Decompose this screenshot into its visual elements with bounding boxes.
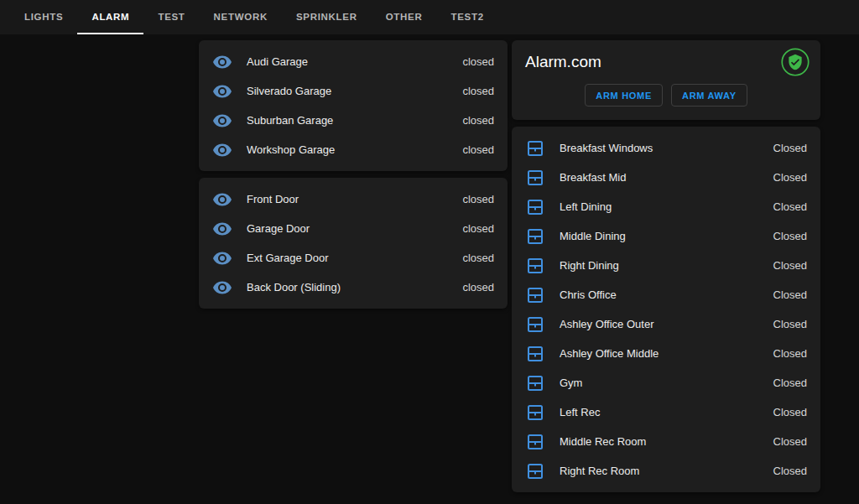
entity-name: Suburban Garage xyxy=(247,114,462,127)
entity-row[interactable]: Middle Dining Closed xyxy=(512,221,820,251)
column-right: Alarm.com ARM HOME ARM AWAY Breakfast Wi… xyxy=(512,40,820,492)
entity-name: Silverado Garage xyxy=(247,85,462,97)
door-sensors-card: Front Door closed Garage Door closed Ext… xyxy=(199,178,508,309)
entity-state: Closed xyxy=(773,200,807,213)
entity-state: closed xyxy=(462,252,494,264)
entity-state: Closed xyxy=(773,318,807,330)
garage-sensors-card: Audi Garage closed Silverado Garage clos… xyxy=(199,40,508,171)
entity-state: Closed xyxy=(773,347,807,360)
entity-name: Gym xyxy=(560,377,773,389)
dashboard: Audi Garage closed Silverado Garage clos… xyxy=(0,34,859,492)
entity-row[interactable]: Breakfast Windows Closed xyxy=(512,133,820,163)
window-closed-icon xyxy=(525,256,545,276)
entity-state: Closed xyxy=(773,259,807,272)
entity-row[interactable]: Ashley Office Outer Closed xyxy=(512,309,820,339)
entity-name: Left Dining xyxy=(560,200,773,213)
entity-row[interactable]: Left Dining Closed xyxy=(512,192,820,221)
entity-state: Closed xyxy=(773,377,807,389)
entity-row[interactable]: Front Door closed xyxy=(199,184,508,214)
entity-name: Garage Door xyxy=(247,222,462,235)
window-sensors-card: Breakfast Windows Closed Breakfast Mid C… xyxy=(512,127,820,492)
entity-state: Closed xyxy=(773,142,807,154)
tab-test[interactable]: TEST xyxy=(143,0,199,34)
eye-icon xyxy=(212,219,232,239)
tab-alarm[interactable]: ALARM xyxy=(77,0,143,34)
entity-name: Ashley Office Outer xyxy=(560,318,773,330)
eye-icon xyxy=(212,81,232,101)
entity-state: closed xyxy=(462,222,494,235)
eye-icon xyxy=(212,248,232,268)
entity-name: Back Door (Sliding) xyxy=(247,281,462,294)
window-closed-icon xyxy=(525,344,545,364)
entity-row[interactable]: Right Rec Room Closed xyxy=(512,456,820,486)
window-closed-icon xyxy=(525,285,545,305)
entity-row[interactable]: Breakfast Mid Closed xyxy=(512,163,820,192)
entity-name: Right Dining xyxy=(560,259,773,272)
entity-state: Closed xyxy=(773,288,807,301)
window-closed-icon xyxy=(525,373,545,393)
tab-test2[interactable]: TEST2 xyxy=(436,0,497,34)
entity-name: Breakfast Windows xyxy=(560,142,773,154)
entity-name: Ashley Office Middle xyxy=(560,347,773,360)
entity-state: closed xyxy=(462,143,494,156)
entity-row[interactable]: Ext Garage Door closed xyxy=(199,243,508,273)
entity-row[interactable]: Garage Door closed xyxy=(199,214,508,243)
entity-row[interactable]: Back Door (Sliding) closed xyxy=(199,273,508,302)
eye-icon xyxy=(212,140,232,160)
entity-state: Closed xyxy=(773,230,807,242)
window-closed-icon xyxy=(525,403,545,423)
column-left: Audi Garage closed Silverado Garage clos… xyxy=(199,40,508,309)
tab-lights[interactable]: LIGHTS xyxy=(10,0,77,34)
entity-name: Left Rec xyxy=(560,406,773,418)
entity-row[interactable]: Silverado Garage closed xyxy=(199,76,508,106)
entity-row[interactable]: Audi Garage closed xyxy=(199,47,508,76)
window-closed-icon xyxy=(525,138,545,158)
entity-state: closed xyxy=(462,85,494,97)
entity-name: Workshop Garage xyxy=(247,143,462,156)
top-nav: LIGHTS ALARM TEST NETWORK SPRINKLER OTHE… xyxy=(0,0,859,34)
window-closed-icon xyxy=(525,314,545,335)
arm-away-button[interactable]: ARM AWAY xyxy=(671,84,747,107)
entity-name: Middle Rec Room xyxy=(560,435,773,448)
entity-row[interactable]: Suburban Garage closed xyxy=(199,106,508,135)
entity-state: closed xyxy=(462,114,494,127)
entity-name: Front Door xyxy=(247,193,462,205)
arm-home-button[interactable]: ARM HOME xyxy=(585,84,663,107)
eye-icon xyxy=(212,111,232,131)
entity-state: Closed xyxy=(773,406,807,418)
entity-name: Audi Garage xyxy=(247,55,462,68)
entity-state: Closed xyxy=(773,171,807,184)
alarm-panel-card: Alarm.com ARM HOME ARM AWAY xyxy=(512,40,820,120)
entity-state: closed xyxy=(462,55,494,68)
entity-name: Chris Office xyxy=(560,288,773,301)
entity-row[interactable]: Left Rec Closed xyxy=(512,397,820,427)
tab-network[interactable]: NETWORK xyxy=(200,0,282,34)
arm-buttons-row: ARM HOME ARM AWAY xyxy=(525,84,807,107)
entity-state: Closed xyxy=(773,465,807,477)
entity-state: closed xyxy=(462,193,494,205)
entity-row[interactable]: Chris Office Closed xyxy=(512,280,820,309)
alarm-card-title: Alarm.com xyxy=(525,53,807,71)
entity-name: Breakfast Mid xyxy=(560,171,773,184)
entity-name: Middle Dining xyxy=(560,230,773,242)
entity-row[interactable]: Ashley Office Middle Closed xyxy=(512,339,820,368)
entity-name: Right Rec Room xyxy=(560,465,773,477)
shield-check-icon xyxy=(781,48,810,76)
tab-sprinkler[interactable]: SPRINKLER xyxy=(282,0,372,34)
window-closed-icon xyxy=(525,168,545,188)
window-closed-icon xyxy=(525,197,545,217)
entity-row[interactable]: Middle Rec Room Closed xyxy=(512,427,820,456)
window-closed-icon xyxy=(525,461,545,481)
entity-row[interactable]: Gym Closed xyxy=(512,368,820,397)
eye-icon xyxy=(212,278,232,298)
window-closed-icon xyxy=(525,432,545,452)
window-closed-icon xyxy=(525,226,545,247)
tab-other[interactable]: OTHER xyxy=(372,0,437,34)
entity-state: closed xyxy=(462,281,494,294)
entity-row[interactable]: Workshop Garage closed xyxy=(199,135,508,164)
entity-state: Closed xyxy=(773,435,807,448)
entity-row[interactable]: Right Dining Closed xyxy=(512,251,820,280)
eye-icon xyxy=(212,190,232,210)
eye-icon xyxy=(212,52,232,72)
entity-name: Ext Garage Door xyxy=(247,252,462,264)
